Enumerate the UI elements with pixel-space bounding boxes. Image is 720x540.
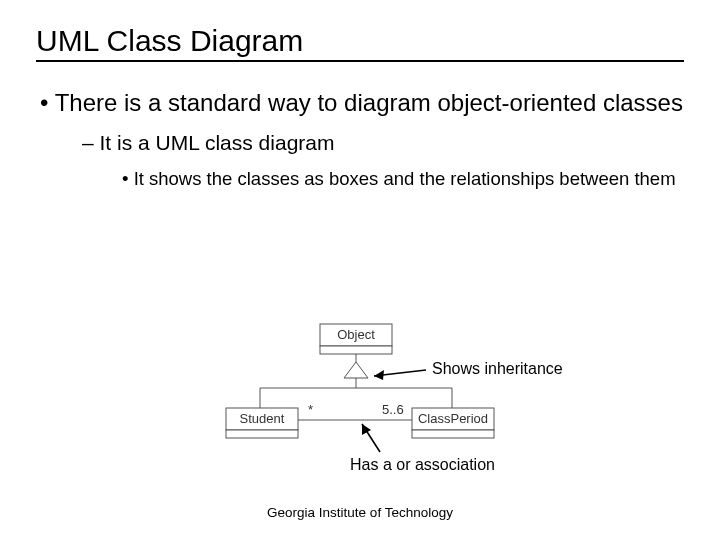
svg-rect-1 [320,346,392,354]
uml-mult-range: 5..6 [382,402,404,417]
svg-marker-14 [374,370,384,380]
uml-svg: Object Student ClassPeriod * 5..6 [210,322,510,462]
svg-rect-9 [226,430,298,438]
svg-marker-2 [344,362,368,378]
slide-title: UML Class Diagram [36,24,684,62]
annotation-association: Has a or association [350,456,495,474]
bullet-level3: It shows the classes as boxes and the re… [122,167,684,190]
annotation-inheritance: Shows inheritance [432,360,563,378]
uml-class-student: Student [240,411,285,426]
uml-diagram: Object Student ClassPeriod * 5..6 Shows … [210,322,550,462]
uml-class-object: Object [337,327,375,342]
bullet-level2: It is a UML class diagram [82,131,684,155]
svg-marker-16 [362,424,371,435]
uml-mult-star: * [308,402,313,417]
footer-text: Georgia Institute of Technology [0,505,720,520]
uml-class-classperiod: ClassPeriod [418,411,488,426]
svg-rect-11 [412,430,494,438]
bullet-level1: There is a standard way to diagram objec… [40,88,684,117]
